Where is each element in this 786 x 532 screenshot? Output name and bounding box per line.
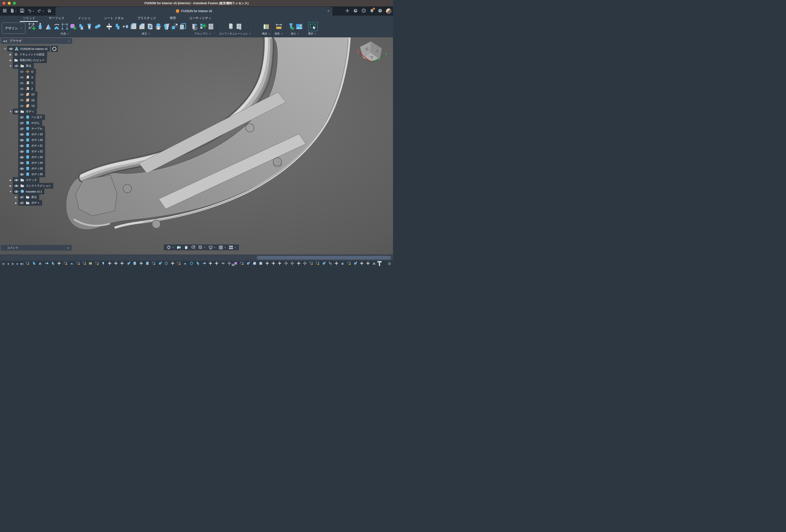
timeline-feature-loft[interactable] xyxy=(101,261,105,265)
timeline-feature-move[interactable] xyxy=(360,261,364,265)
tree-node[interactable]: ボディ21 xyxy=(18,143,45,148)
timeline-feature-combine[interactable] xyxy=(196,261,200,265)
group-label[interactable]: アセンブリ ▼ xyxy=(194,32,211,36)
visibility-eye-icon[interactable] xyxy=(20,156,24,159)
ribbon-tab-7[interactable]: ユーティリティ xyxy=(183,16,218,22)
visibility-eye-icon[interactable] xyxy=(9,47,13,50)
tool-loft[interactable] xyxy=(86,23,93,30)
tree-row[interactable]: XY xyxy=(0,92,72,97)
tree-node[interactable]: ペン立て xyxy=(18,114,45,120)
visibility-eye-icon[interactable] xyxy=(14,110,19,113)
visibility-eye-icon[interactable] xyxy=(20,76,24,79)
close-tab-icon[interactable]: × xyxy=(327,9,329,13)
timeline-feature-align[interactable] xyxy=(227,261,231,265)
visibility-eye-icon[interactable] xyxy=(14,190,19,193)
tool-fastener[interactable] xyxy=(287,23,295,30)
tool-planes[interactable] xyxy=(262,23,270,30)
timeline-feature-pattern[interactable] xyxy=(189,261,193,265)
timeline-feature-sketch[interactable] xyxy=(83,261,86,265)
tree-row[interactable]: かびん xyxy=(0,120,72,126)
tree-node[interactable]: manekin v1:1 xyxy=(13,189,44,194)
tree-node[interactable]: ボディ22 xyxy=(18,148,45,154)
tree-row[interactable]: ▼FUISON for Interior v5 xyxy=(0,46,72,52)
timeline-feature-combine[interactable] xyxy=(51,261,55,265)
timeline-feature-move[interactable] xyxy=(108,261,112,265)
tool-draft[interactable] xyxy=(163,23,170,30)
visibility-eye-icon[interactable] xyxy=(20,167,24,170)
tree-row[interactable]: ▶原点 xyxy=(0,194,72,200)
timeline-feature-move[interactable] xyxy=(215,261,218,265)
timeline-feature-move[interactable] xyxy=(139,261,143,265)
timeline-feature-move[interactable] xyxy=(366,261,370,265)
tool-combine-shape[interactable] xyxy=(77,23,85,30)
visibility-eye-icon[interactable] xyxy=(14,65,19,68)
chevron-right-icon[interactable]: ▶ xyxy=(14,196,18,199)
tool-select[interactable] xyxy=(309,22,318,31)
group-label[interactable]: 検査 ▼ xyxy=(275,32,283,36)
timeline-feature-pattern[interactable] xyxy=(164,261,168,265)
help-button[interactable]: ? xyxy=(378,8,382,14)
timeline-feature-extrude[interactable] xyxy=(158,261,162,265)
tool-revolve[interactable] xyxy=(45,23,52,30)
timeline-playhead[interactable] xyxy=(379,261,380,266)
timeline-feature-point[interactable] xyxy=(45,261,49,265)
tree-row[interactable]: ▶ドキュメントの設定 xyxy=(0,52,72,57)
view-cube[interactable]: 右 後 下 X Y xyxy=(356,40,389,66)
tool-pipe[interactable] xyxy=(94,23,101,30)
timeline-feature-move[interactable] xyxy=(278,261,282,265)
timeline-feature-sketch[interactable] xyxy=(152,261,156,265)
tool-split[interactable] xyxy=(155,23,162,30)
group-label[interactable]: コンフィギュレーション ▼ xyxy=(219,32,251,36)
timeline-feature-move[interactable] xyxy=(171,261,175,265)
tree-node[interactable]: XZ xyxy=(18,97,37,103)
tree-row[interactable]: ▶名前の付いたビュー xyxy=(0,57,72,63)
timeline-feature-revolve[interactable] xyxy=(19,261,23,265)
tree-node[interactable]: XY xyxy=(18,92,38,97)
tree-row[interactable]: XZ xyxy=(0,97,72,103)
tree-node[interactable]: O xyxy=(18,69,36,74)
tool-move[interactable] xyxy=(106,23,113,30)
chevron-right-icon[interactable]: ▶ xyxy=(14,202,18,204)
ribbon-tab-2[interactable]: サーフェス xyxy=(42,16,71,22)
visibility-eye-icon[interactable] xyxy=(20,202,24,205)
notifications-button[interactable] xyxy=(370,8,374,14)
visibility-eye-icon[interactable] xyxy=(20,99,24,102)
visibility-eye-icon[interactable] xyxy=(20,82,24,85)
tool-measure[interactable] xyxy=(275,23,283,30)
timeline-feature-cyl[interactable] xyxy=(328,261,332,265)
timeline-feature-align[interactable] xyxy=(303,261,307,265)
visibility-eye-icon[interactable] xyxy=(20,133,24,136)
ribbon-tab-4[interactable]: シート メタル xyxy=(97,16,131,22)
tree-row[interactable]: ボディ19 xyxy=(0,132,72,137)
timeline-settings-gear-icon[interactable] xyxy=(388,262,391,266)
redo-button[interactable]: ▼ xyxy=(36,7,46,15)
visibility-eye-icon[interactable] xyxy=(20,105,24,108)
visibility-eye-icon[interactable] xyxy=(20,139,24,142)
timeline-feature-form[interactable] xyxy=(234,261,238,265)
tool-fillet[interactable] xyxy=(130,23,137,30)
viewport[interactable]: 右 後 下 X Y ◀◀ ブラウザ − ▼FUISON for Interior… xyxy=(0,37,393,255)
tree-node[interactable]: ボディ26 xyxy=(18,171,45,177)
tree-node[interactable]: スケッチ xyxy=(13,177,40,183)
timeline-feature-sketch[interactable] xyxy=(309,261,313,265)
tree-row[interactable]: X xyxy=(0,74,72,80)
tree-row[interactable]: ▶ボディ xyxy=(0,200,72,206)
timeline-feature-body[interactable] xyxy=(145,261,149,265)
visibility-eye-icon[interactable] xyxy=(20,150,24,153)
timeline-feature-point[interactable] xyxy=(202,261,206,265)
tool-config-table[interactable] xyxy=(235,23,243,30)
tree-node[interactable]: ドキュメントの設定 xyxy=(13,52,47,57)
tree-row[interactable]: テーブル xyxy=(0,126,72,132)
tree-node[interactable]: 原点 xyxy=(13,63,34,69)
timeline-feature-mirror[interactable] xyxy=(341,261,345,265)
group-label[interactable]: 選択 ▼ xyxy=(308,32,317,36)
nav-orbit-button[interactable]: ▼ xyxy=(165,245,175,250)
nav-look-at-button[interactable] xyxy=(176,245,182,250)
tree-row[interactable]: ボディ22 xyxy=(0,148,72,154)
timeline-feature-move[interactable] xyxy=(208,261,212,265)
nav-pan-button[interactable] xyxy=(183,245,189,250)
timeline-feature-combine[interactable] xyxy=(32,261,36,265)
tool-scale[interactable] xyxy=(171,23,178,30)
minimize-panel-icon[interactable]: − xyxy=(68,39,70,43)
zoom-window-button[interactable] xyxy=(13,2,16,5)
